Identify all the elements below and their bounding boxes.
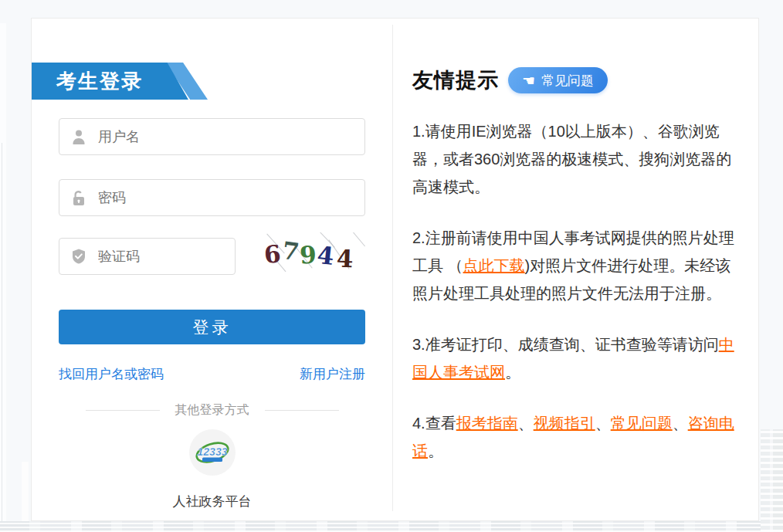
- captcha-digit: 4: [316, 241, 335, 270]
- password-input[interactable]: [97, 189, 354, 207]
- friendly-tips-panel: 友情提示 ☚ 常见问题 1.请使用IE浏览器（10以上版本）、谷歌浏览器，或者3…: [412, 19, 743, 520]
- username-input[interactable]: [97, 128, 354, 146]
- login-links-row: 找回用户名或密码 新用户注册: [59, 365, 365, 383]
- password-field-wrapper: [59, 179, 365, 216]
- alt-login-section: 12333 人社政务平台: [32, 429, 392, 510]
- new-user-register-link[interactable]: 新用户注册: [300, 365, 365, 383]
- captcha-digit: 4: [336, 245, 354, 273]
- captcha-digit: 6: [263, 239, 282, 269]
- captcha-digit: 9: [299, 240, 317, 269]
- username-field-wrapper: [59, 118, 365, 155]
- pointing-hand-icon: ☚: [522, 73, 535, 88]
- captcha-digits: 67944: [264, 240, 354, 268]
- faq-button-label: 常见问题: [541, 72, 594, 90]
- lock-icon: [70, 189, 87, 206]
- login-title-ribbon: 考生登录: [32, 63, 208, 100]
- tip-item-2: 2.注册前请使用中国人事考试网提供的照片处理工具 （点此下载)对照片文件进行处理…: [412, 224, 743, 307]
- 12333-logo-icon[interactable]: 12333: [189, 429, 236, 476]
- tip-link[interactable]: 视频指引: [534, 415, 595, 432]
- captcha-image[interactable]: 67944: [261, 232, 365, 279]
- background-left-line: [2, 143, 2, 532]
- candidate-login-panel: 考生登录 67944: [32, 19, 392, 520]
- login-button[interactable]: 登录: [59, 310, 365, 344]
- logo-12333-text: 12333: [197, 446, 227, 458]
- background-cityscape-right: [761, 429, 783, 532]
- tip-link[interactable]: 点此下载: [463, 257, 525, 274]
- forgot-credentials-link[interactable]: 找回用户名或密码: [59, 365, 164, 383]
- tip-link[interactable]: 常见问题: [611, 415, 673, 432]
- faq-button[interactable]: ☚ 常见问题: [508, 67, 608, 93]
- tip-item-4: 4.查看报考指南、视频指引、常见问题、咨询电话。: [412, 409, 743, 465]
- tip-link[interactable]: 报考指南: [456, 415, 518, 432]
- captcha-digit: 7: [280, 236, 300, 266]
- login-card: 考生登录 67944: [31, 18, 759, 521]
- captcha-input[interactable]: [97, 248, 224, 266]
- alt-login-label: 人社政务平台: [32, 493, 392, 510]
- user-icon: [70, 128, 87, 145]
- tip-item-3: 3.准考证打印、成绩查询、证书查验等请访问中国人事考试网。: [412, 330, 743, 386]
- background-cityscape-bottom: [0, 521, 783, 532]
- divider-line-right: [265, 410, 339, 411]
- other-login-label: 其他登录方式: [175, 402, 249, 418]
- divider-line-left: [86, 410, 160, 411]
- tips-title: 友情提示: [412, 66, 499, 94]
- tips-header: 友情提示 ☚ 常见问题: [412, 66, 743, 94]
- shield-check-icon: [70, 248, 87, 265]
- captcha-field-wrapper: [59, 238, 236, 275]
- other-login-divider: 其他登录方式: [59, 401, 365, 419]
- tip-item-1: 1.请使用IE浏览器（10以上版本）、谷歌浏览器，或者360浏览器的极速模式、搜…: [412, 117, 743, 201]
- column-divider: [392, 25, 393, 511]
- login-panel-title: 考生登录: [56, 63, 143, 100]
